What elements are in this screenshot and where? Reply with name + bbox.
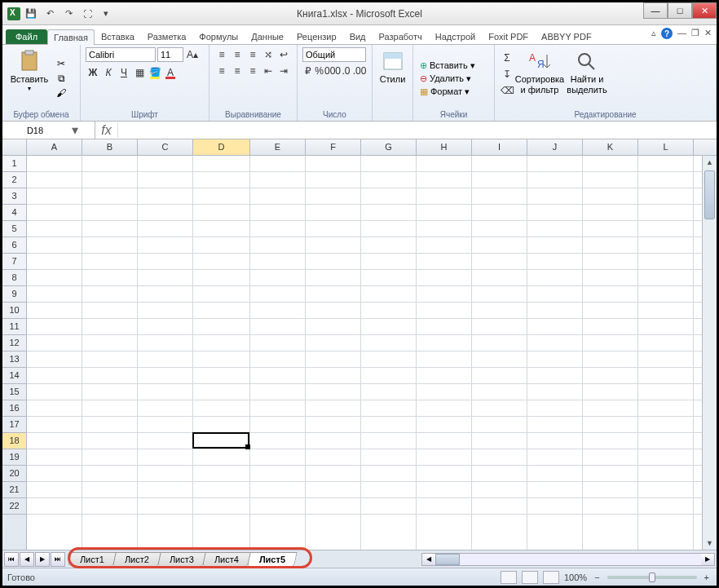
row-header-12[interactable]: 12 — [2, 335, 26, 351]
minimize-button[interactable]: — — [643, 2, 668, 19]
save-icon[interactable]: 💾 — [23, 6, 39, 22]
merge-icon[interactable]: ⇥ — [276, 64, 291, 78]
inc-decimal-icon[interactable]: .0 — [341, 64, 351, 78]
fx-icon[interactable]: fx — [95, 123, 118, 138]
fill-icon[interactable]: ↧ — [500, 67, 514, 82]
sheet-nav-2[interactable]: ▶ — [35, 552, 50, 567]
col-header-L[interactable]: L — [638, 139, 694, 155]
row-header-17[interactable]: 17 — [2, 417, 26, 433]
cells-area[interactable] — [27, 156, 702, 550]
zoom-out-button[interactable]: − — [592, 573, 602, 582]
doc-restore-icon[interactable]: ❐ — [691, 28, 699, 39]
scroll-right-icon[interactable]: ▶ — [701, 554, 714, 565]
align-bottom-icon[interactable]: ≡ — [245, 47, 260, 62]
file-tab[interactable]: Файл — [6, 29, 47, 44]
col-header-I[interactable]: I — [472, 139, 527, 155]
ribbon-tab-foxit pdf[interactable]: Foxit PDF — [482, 29, 535, 44]
row-header-19[interactable]: 19 — [2, 449, 26, 466]
fill-handle[interactable] — [245, 444, 250, 449]
row-header-22[interactable]: 22 — [2, 498, 26, 515]
sheet-nav-1[interactable]: ◀ — [20, 552, 34, 567]
align-top-icon[interactable]: ≡ — [214, 47, 229, 62]
doc-minimize-icon[interactable]: — — [677, 28, 686, 39]
format-cells-button[interactable]: ▦Формат ▾ — [418, 86, 489, 98]
selected-cell[interactable] — [192, 432, 249, 449]
view-normal-icon[interactable] — [501, 571, 517, 584]
font-name-select[interactable] — [86, 47, 156, 62]
col-header-K[interactable]: K — [583, 139, 638, 155]
row-header-20[interactable]: 20 — [2, 466, 26, 482]
sheet-tab-Лист5[interactable]: Лист5 — [247, 552, 298, 566]
sort-filter-button[interactable]: АЯ Сортировка и фильтр — [518, 47, 562, 109]
row-header-16[interactable]: 16 — [2, 400, 26, 417]
number-format-select[interactable] — [302, 47, 366, 62]
border-icon[interactable]: ▦ — [132, 65, 147, 80]
grow-font-icon[interactable]: A▴ — [185, 47, 200, 62]
name-box-dropdown-icon[interactable]: ▾ — [68, 122, 82, 138]
paste-button[interactable]: Вставить ▾ — [7, 47, 51, 109]
col-header-B[interactable]: B — [82, 139, 138, 155]
align-right-icon[interactable]: ≡ — [245, 64, 260, 78]
horizontal-scrollbar[interactable]: ◀ ▶ — [421, 553, 715, 566]
row-header-7[interactable]: 7 — [2, 254, 26, 270]
fill-color-icon[interactable]: 🪣 — [148, 65, 162, 80]
dec-decimal-icon[interactable]: .00 — [352, 64, 367, 78]
sheet-nav-3[interactable]: ⏭ — [51, 552, 65, 567]
row-header-13[interactable]: 13 — [2, 351, 26, 368]
minimize-ribbon-icon[interactable]: ▵ — [651, 28, 656, 39]
sheet-tab-Лист2[interactable]: Лист2 — [112, 552, 161, 566]
delete-cells-button[interactable]: ⊖Удалить ▾ — [418, 73, 489, 85]
ribbon-tab-abbyy pdf[interactable]: ABBYY PDF — [535, 29, 598, 44]
select-all-corner[interactable] — [2, 139, 27, 155]
vscroll-thumb[interactable] — [704, 170, 715, 219]
col-header-C[interactable]: C — [138, 139, 193, 155]
zoom-thumb[interactable] — [649, 573, 655, 582]
underline-button[interactable]: Ч — [117, 65, 131, 80]
zoom-slider[interactable] — [607, 576, 697, 579]
ribbon-tab-надстрой[interactable]: Надстрой — [429, 29, 482, 44]
sheet-tab-Лист1[interactable]: Лист1 — [68, 552, 117, 566]
indent-dec-icon[interactable]: ⇤ — [261, 64, 276, 78]
ribbon-tab-разметка[interactable]: Разметка — [141, 29, 193, 44]
row-header-14[interactable]: 14 — [2, 368, 26, 384]
col-header-H[interactable]: H — [417, 139, 472, 155]
autosum-icon[interactable]: Σ — [500, 51, 514, 65]
copy-icon[interactable]: ⧉ — [55, 72, 68, 85]
ribbon-tab-вид[interactable]: Вид — [343, 29, 373, 44]
col-header-E[interactable]: E — [250, 139, 306, 155]
row-header-3[interactable]: 3 — [2, 188, 26, 205]
sheet-nav-0[interactable]: ⏮ — [4, 552, 19, 567]
format-painter-icon[interactable]: 🖌 — [55, 86, 68, 99]
insert-cells-button[interactable]: ⊕Вставить ▾ — [418, 60, 489, 72]
align-center-icon[interactable]: ≡ — [230, 64, 245, 78]
redo-icon[interactable]: ↷ — [60, 6, 77, 22]
cut-icon[interactable]: ✂ — [55, 57, 68, 70]
qat-more-icon[interactable]: ▾ — [98, 6, 114, 22]
row-header-9[interactable]: 9 — [2, 286, 26, 303]
italic-button[interactable]: К — [101, 65, 116, 80]
row-header-18[interactable]: 18 — [2, 433, 26, 449]
font-color-icon[interactable]: A — [163, 65, 178, 80]
col-header-D[interactable]: D — [193, 139, 250, 155]
ribbon-tab-разработч[interactable]: Разработч — [373, 29, 429, 44]
align-left-icon[interactable]: ≡ — [214, 64, 229, 78]
styles-button[interactable]: Стили — [377, 47, 408, 118]
formula-input[interactable] — [118, 126, 717, 135]
clear-icon[interactable]: ⌫ — [500, 83, 514, 98]
sheet-tab-Лист3[interactable]: Лист3 — [157, 552, 206, 566]
comma-icon[interactable]: 000 — [325, 64, 340, 78]
ribbon-tab-главная[interactable]: Главная — [47, 29, 95, 45]
help-icon[interactable]: ? — [661, 28, 673, 39]
percent-icon[interactable]: % — [314, 64, 324, 78]
orientation-icon[interactable]: ⤭ — [261, 47, 276, 62]
close-button[interactable]: ✕ — [692, 2, 717, 19]
scroll-down-icon[interactable]: ▼ — [703, 537, 717, 550]
row-header-10[interactable]: 10 — [2, 303, 26, 319]
vertical-scrollbar[interactable]: ▲ ▼ — [702, 156, 717, 550]
row-header-8[interactable]: 8 — [2, 270, 26, 286]
name-box-input[interactable] — [2, 126, 68, 135]
hscroll-thumb[interactable] — [435, 554, 460, 565]
view-layout-icon[interactable] — [522, 571, 538, 584]
ribbon-tab-формулы[interactable]: Формулы — [192, 29, 245, 44]
maximize-button[interactable]: □ — [668, 2, 692, 19]
